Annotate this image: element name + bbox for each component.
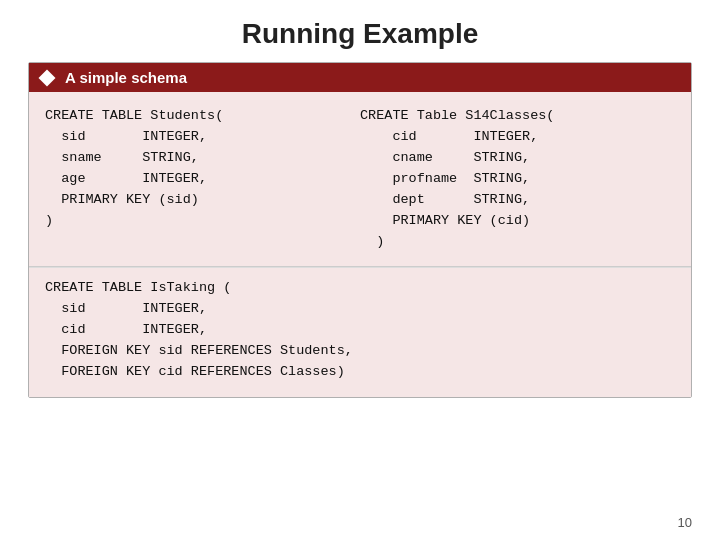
- section-header-label: A simple schema: [65, 69, 187, 86]
- diamond-icon: [39, 69, 56, 86]
- bottom-area: CREATE TABLE IsTaking ( sid INTEGER, cid…: [29, 267, 691, 397]
- col-right: CREATE Table S14Classes( cid INTEGER, cn…: [360, 106, 675, 252]
- page-number: 10: [678, 515, 692, 530]
- section-header: A simple schema: [29, 63, 691, 92]
- bottom-code-block: CREATE TABLE IsTaking ( sid INTEGER, cid…: [45, 268, 675, 383]
- right-code-block: CREATE Table S14Classes( cid INTEGER, cn…: [360, 106, 675, 252]
- content-area: CREATE TABLE Students( sid INTEGER, snam…: [29, 92, 691, 266]
- col-left: CREATE TABLE Students( sid INTEGER, snam…: [45, 106, 360, 252]
- page-title: Running Example: [0, 0, 720, 62]
- left-code-block: CREATE TABLE Students( sid INTEGER, snam…: [45, 106, 360, 232]
- main-box: A simple schema CREATE TABLE Students( s…: [28, 62, 692, 398]
